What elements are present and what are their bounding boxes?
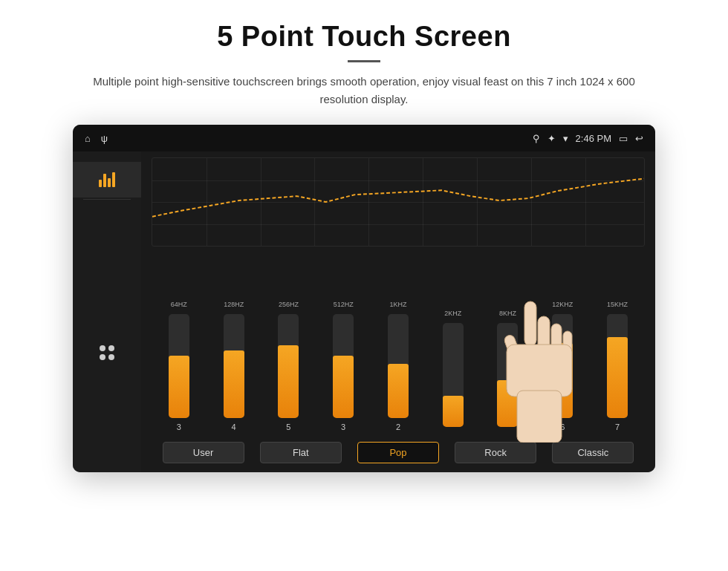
wifi-icon: ▾ (563, 133, 568, 144)
eq-area: 64HZ3128HZ4256HZ5512HZ31KHZ22KHZ8KHZ12KH… (141, 151, 655, 472)
sidebar-item-apps[interactable] (73, 335, 141, 371)
slider-value-1: 4 (232, 422, 236, 431)
slider-fill-7 (552, 343, 573, 418)
freq-label-0: 64HZ (171, 301, 187, 308)
slider-fill-1 (224, 350, 244, 418)
sidebar-divider (83, 199, 131, 200)
sliders-section: 64HZ3128HZ4256HZ5512HZ31KHZ22KHZ8KHZ12KH… (152, 254, 645, 434)
preset-btn-flat[interactable]: Flat (260, 442, 342, 463)
bluetooth-icon: ✦ (547, 133, 556, 144)
slider-col-2khz[interactable]: 2KHZ (443, 310, 464, 431)
location-icon: ⚲ (533, 133, 540, 144)
status-time: 2:46 PM (576, 133, 611, 144)
subtitle: Multiple point high-sensitive touchscree… (89, 73, 639, 108)
home-icon: ⌂ (85, 133, 91, 144)
slider-col-256hz[interactable]: 256HZ5 (278, 301, 299, 431)
slider-fill-6 (497, 380, 518, 427)
slider-fill-5 (443, 396, 464, 427)
equalizer-icon (99, 172, 115, 187)
sidebar-item-equalizer[interactable] (73, 162, 141, 198)
apps-icon (100, 345, 114, 360)
slider-col-12khz[interactable]: 12KHZ6 (552, 301, 573, 431)
title-divider (348, 60, 380, 62)
slider-col-128hz[interactable]: 128HZ4 (224, 301, 244, 431)
slider-col-512hz[interactable]: 512HZ3 (333, 301, 354, 431)
back-icon: ↩ (635, 133, 643, 144)
slider-col-64hz[interactable]: 64HZ3 (169, 301, 189, 431)
main-content: 64HZ3128HZ4256HZ5512HZ31KHZ22KHZ8KHZ12KH… (73, 151, 655, 472)
preset-btn-classic[interactable]: Classic (552, 442, 634, 463)
preset-btn-user[interactable]: User (163, 442, 244, 463)
slider-track-5[interactable] (443, 323, 464, 427)
preset-buttons: UserFlatPopRockClassic (152, 442, 645, 463)
usb-icon: ψ (101, 133, 108, 144)
page-title: 5 Point Touch Screen (217, 21, 511, 53)
preset-btn-pop[interactable]: Pop (357, 442, 439, 463)
slider-fill-2 (278, 345, 299, 418)
slider-fill-8 (607, 337, 628, 418)
status-bar: ⌂ ψ ⚲ ✦ ▾ 2:46 PM ▭ ↩ (73, 125, 655, 151)
eq-curve-svg (152, 158, 644, 246)
freq-label-3: 512HZ (334, 301, 354, 308)
slider-value-7: 6 (560, 422, 565, 431)
freq-label-5: 2KHZ (444, 310, 461, 317)
freq-label-6: 8KHZ (499, 310, 516, 317)
slider-fill-0 (169, 356, 189, 418)
preset-btn-rock[interactable]: Rock (455, 442, 536, 463)
slider-fill-3 (333, 356, 354, 418)
slider-value-3: 3 (341, 422, 345, 431)
eq-graph (152, 157, 645, 247)
slider-col-8khz[interactable]: 8KHZ (497, 310, 518, 431)
status-right: ⚲ ✦ ▾ 2:46 PM ▭ ↩ (533, 133, 643, 144)
slider-value-0: 3 (177, 422, 181, 431)
status-left: ⌂ ψ (85, 133, 108, 144)
page-wrapper: 5 Point Touch Screen Multiple point high… (0, 0, 728, 472)
slider-track-8[interactable] (607, 314, 628, 418)
freq-label-1: 128HZ (224, 301, 244, 308)
slider-track-7[interactable] (552, 314, 573, 418)
slider-col-15khz[interactable]: 15KHZ7 (607, 301, 628, 431)
slider-value-8: 7 (615, 422, 620, 431)
sliders-row: 64HZ3128HZ4256HZ5512HZ31KHZ22KHZ8KHZ12KH… (152, 254, 645, 434)
sidebar (73, 151, 141, 472)
slider-track-0[interactable] (169, 314, 189, 418)
slider-track-4[interactable] (388, 314, 409, 418)
slider-track-1[interactable] (224, 314, 244, 418)
slider-value-4: 2 (396, 422, 400, 431)
slider-track-2[interactable] (278, 314, 299, 418)
battery-icon: ▭ (619, 133, 628, 144)
freq-label-8: 15KHZ (607, 301, 628, 308)
freq-label-7: 12KHZ (552, 301, 573, 308)
slider-col-1khz[interactable]: 1KHZ2 (388, 301, 409, 431)
slider-track-3[interactable] (333, 314, 354, 418)
freq-label-4: 1KHZ (389, 301, 406, 308)
freq-label-2: 256HZ (279, 301, 299, 308)
slider-fill-4 (388, 364, 409, 418)
slider-value-2: 5 (286, 422, 290, 431)
slider-track-6[interactable] (497, 323, 518, 427)
device-frame: ⌂ ψ ⚲ ✦ ▾ 2:46 PM ▭ ↩ (73, 125, 655, 472)
